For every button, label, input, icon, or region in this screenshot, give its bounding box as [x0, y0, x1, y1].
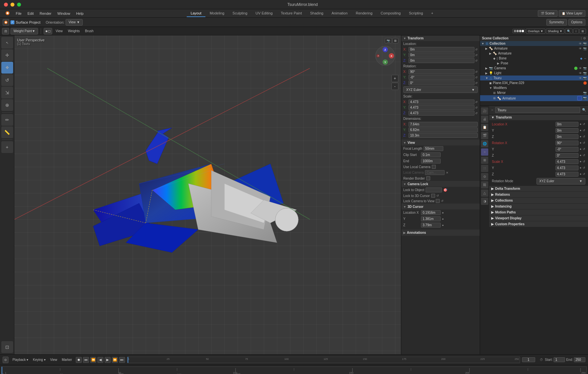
focal-length-input[interactable] [424, 146, 443, 151]
menu-render[interactable]: Render [37, 11, 54, 16]
location-x-input[interactable] [409, 47, 474, 52]
close-button[interactable] [4, 3, 8, 7]
search-btn[interactable]: 🔍 [565, 29, 573, 34]
rotation-z-reset[interactable]: ↺ [475, 81, 478, 85]
obj-loc-z-input[interactable] [556, 134, 578, 139]
tool-transform[interactable]: ⊕ [1, 99, 13, 111]
tab-modeling[interactable]: Modeling [206, 10, 228, 17]
dim-x-input[interactable] [409, 122, 478, 127]
obj-scale-x-input[interactable] [556, 159, 578, 164]
tab-scripting[interactable]: Scripting [405, 10, 427, 17]
camera-icon-btn[interactable]: 📷 [385, 38, 392, 43]
lock-to-object-btn[interactable]: 🎯 [443, 188, 447, 192]
mode-icon[interactable]: ⚖ [2, 28, 9, 34]
collection-root[interactable]: ▼ ⊟ Collection 👁 📷 [480, 41, 588, 46]
outliner-armature-2[interactable]: ▶ 🦴 Armature [480, 51, 588, 56]
output-props-icon[interactable]: 🖨 [481, 116, 488, 123]
physics-icon[interactable]: ⊙ [481, 173, 488, 180]
obj-scale-z-reset[interactable]: ↺ [583, 172, 585, 176]
options-btn[interactable]: Options [568, 19, 585, 26]
viewport-shading-dots[interactable] [513, 29, 525, 33]
world-props-icon[interactable]: 🌐 [481, 140, 488, 147]
obj-loc-y-input[interactable] [556, 128, 578, 133]
motion-paths-header[interactable]: ▶ Motion Paths [489, 209, 588, 215]
use-local-camera-checkbox[interactable] [432, 165, 436, 169]
tab-compositing[interactable]: Compositing [377, 10, 405, 17]
obj-scale-y-reset[interactable]: ↺ [583, 166, 585, 169]
annotations-header[interactable]: ▶ Annotations [401, 230, 480, 235]
settings-btn[interactable]: ⊞ [579, 29, 586, 34]
outliner-armature-modifier[interactable]: ⊞ 🦴 Armature 📷 [480, 95, 588, 101]
tool-scale[interactable]: ⇲ [1, 87, 13, 99]
next-frame-btn[interactable]: ⏩ [112, 357, 118, 363]
tool-select[interactable]: ↖ [1, 37, 13, 49]
cursor-z-input[interactable] [421, 223, 441, 228]
tl-marker[interactable]: Marker [60, 357, 74, 362]
modifier-props-icon[interactable]: ⊞ [481, 157, 488, 164]
obj-rot-mode-dropdown[interactable]: XYZ Euler ▼ [536, 178, 586, 185]
local-camera-input[interactable] [425, 170, 445, 175]
grid-icon-btn[interactable]: ⊞ [392, 38, 398, 43]
rotation-x-reset[interactable]: ↺ [475, 70, 478, 74]
collection-eye[interactable]: 👁 [579, 42, 582, 45]
zoom-in-btn[interactable]: + [391, 75, 398, 82]
maximize-button[interactable] [17, 3, 21, 7]
clip-start-input[interactable] [421, 152, 441, 157]
jump-start-btn[interactable]: ⏮ [83, 357, 89, 363]
obj-scale-z-input[interactable] [556, 172, 578, 177]
lock-to-object-input[interactable] [426, 187, 442, 192]
minimize-button[interactable] [10, 3, 14, 7]
cursor-x-input[interactable] [421, 210, 441, 215]
menu-blender[interactable] [3, 10, 12, 17]
tab-rendering[interactable]: Rendering [352, 10, 376, 17]
outliner-armature-1[interactable]: ▶ 🦴 Armature 👁 📷 [480, 46, 588, 51]
tool-annotate[interactable]: ✏ [1, 114, 13, 126]
tool-rotate[interactable]: ↺ [1, 74, 13, 86]
tool-cursor[interactable]: ✛ [1, 49, 13, 61]
rotation-x-input[interactable] [409, 69, 474, 74]
tab-sculpting[interactable]: Sculpting [229, 10, 251, 17]
outliner-tsuru[interactable]: ▼ △ Tsuru 👁 📷 [480, 76, 588, 80]
obj-loc-x-input[interactable] [556, 122, 578, 127]
tool-options[interactable]: ⊡ [1, 341, 13, 353]
shading-btn[interactable]: Shading ▼ [546, 29, 564, 34]
tool-move[interactable]: ✥ [1, 62, 13, 74]
tool-add[interactable]: + [1, 141, 13, 153]
dim-y-input[interactable] [409, 127, 478, 132]
tl-keying[interactable]: Keying ▾ [31, 357, 47, 362]
outliner-bone[interactable]: ◆ | Bone ◆ ↔ [480, 56, 588, 61]
obj-rot-z-reset[interactable]: ↺ [583, 154, 585, 157]
object-name-input[interactable] [495, 107, 580, 113]
location-x-reset[interactable]: ↺ [475, 48, 478, 51]
orientation-dropdown[interactable]: View ▼ [66, 19, 83, 26]
mode-icons-cluster[interactable]: ■◻ [44, 28, 52, 34]
jump-end-btn[interactable]: ⏭ [119, 357, 125, 363]
location-y-reset[interactable]: ↺ [475, 54, 478, 57]
cursor-3d-header[interactable]: ▼ 3D Cursor [401, 204, 480, 209]
zoom-out-btn[interactable]: - [391, 83, 398, 90]
end-frame-input[interactable] [574, 357, 585, 362]
view-layer-selector[interactable]: 📋 View Layer [559, 10, 585, 17]
tab-shading[interactable]: Shading [306, 10, 327, 17]
tab-layout[interactable]: Layout [187, 10, 205, 17]
outliner-plane[interactable]: ◼ Plane.034_Plane.029 [480, 80, 588, 85]
cursor-y-btn[interactable]: ● [442, 217, 444, 221]
delta-transform-header[interactable]: ▶ Delta Transform [489, 186, 588, 191]
start-frame-input[interactable] [554, 357, 565, 362]
outliner-pose[interactable]: ▶ Pose [480, 61, 588, 66]
scale-x-reset[interactable]: ↺ [475, 100, 478, 104]
view-header[interactable]: ▼ View [401, 140, 480, 145]
instancing-header[interactable]: ▶ Instancing [489, 204, 588, 209]
dim-z-input[interactable] [409, 133, 478, 138]
obj-scale-y-input[interactable] [556, 165, 578, 170]
axis-gizmo[interactable]: X Y Z -X [372, 46, 398, 72]
transform-header[interactable]: ▼ Transform [401, 35, 480, 41]
cursor-y-input[interactable] [421, 216, 441, 221]
menu-edit[interactable]: Edit [25, 11, 36, 16]
scale-z-reset[interactable]: ↺ [475, 112, 478, 115]
scale-x-input[interactable] [409, 99, 474, 104]
subtb-weights[interactable]: Weights [66, 29, 82, 33]
location-y-input[interactable] [409, 53, 474, 57]
record-btn[interactable]: ⏺ [76, 357, 82, 363]
outliner-filter[interactable]: ⫶ [580, 36, 582, 40]
